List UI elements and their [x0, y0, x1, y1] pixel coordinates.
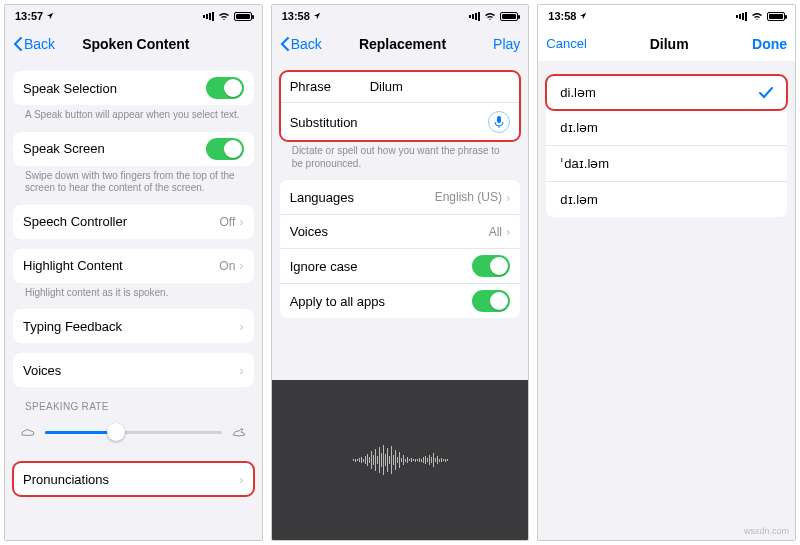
label: Highlight Content: [23, 258, 219, 273]
toggle-on[interactable]: [206, 138, 244, 160]
footer-highlight: Highlight content as it is spoken.: [13, 283, 254, 300]
checkmark-icon: [759, 87, 773, 99]
status-bar: 13:58: [272, 5, 529, 27]
waveform-area: [272, 380, 529, 540]
done-button[interactable]: Done: [747, 36, 787, 52]
battery-icon: [500, 12, 518, 21]
row-highlight-content[interactable]: Highlight Content On ›: [13, 249, 254, 283]
value: Off: [220, 215, 236, 229]
chevron-right-icon: ›: [506, 224, 510, 239]
nav-title: Spoken Content: [58, 36, 214, 52]
chevron-right-icon: ›: [239, 472, 243, 487]
speaking-rate-slider[interactable]: [45, 422, 222, 442]
wifi-icon: [484, 11, 496, 21]
value: All: [489, 225, 502, 239]
row-speech-controller[interactable]: Speech Controller Off ›: [13, 205, 254, 239]
signal-icon: [469, 12, 480, 21]
label: Speak Screen: [23, 141, 206, 156]
group-pronunciations: Pronunciations ›: [13, 462, 254, 496]
turtle-icon: [19, 426, 37, 438]
phone-pronunciation-picker: 13:58 Cancel Dilum Done di.ləm dɪ.ləm: [537, 4, 796, 541]
watermark: wsxdn.com: [744, 526, 789, 536]
toggle-on[interactable]: [472, 290, 510, 312]
row-substitution[interactable]: Substitution: [280, 102, 521, 141]
back-button[interactable]: Back: [13, 36, 58, 52]
rabbit-icon: [230, 426, 248, 438]
status-bar: 13:58: [538, 5, 795, 27]
group-phrase-substitution: Phrase Dilum Substitution: [280, 71, 521, 141]
back-button[interactable]: Back: [280, 36, 325, 52]
toggle-on[interactable]: [472, 255, 510, 277]
group-typing-feedback: Typing Feedback ›: [13, 309, 254, 343]
label: Voices: [23, 363, 239, 378]
phone-spoken-content: 13:57 Back Spoken Content Speak Selectio…: [4, 4, 263, 541]
group-voices: Voices ›: [13, 353, 254, 387]
row-speak-screen[interactable]: Speak Screen: [13, 132, 254, 166]
group-speak-selection: Speak Selection: [13, 71, 254, 105]
chevron-right-icon: ›: [239, 319, 243, 334]
signal-icon: [203, 12, 214, 21]
group-options: Languages English (US) › Voices All › Ig…: [280, 180, 521, 318]
option-1[interactable]: dɪ.ləm: [546, 110, 787, 145]
option-label: di.ləm: [560, 85, 759, 100]
location-icon: [313, 12, 321, 20]
label: Speech Controller: [23, 214, 220, 229]
header-speaking-rate: SPEAKING RATE: [13, 387, 254, 414]
row-apply-all[interactable]: Apply to all apps: [280, 283, 521, 318]
dictate-button[interactable]: [488, 111, 510, 133]
back-label: Back: [291, 36, 322, 52]
wifi-icon: [218, 11, 230, 21]
status-time: 13:57: [15, 10, 43, 22]
group-selected-option: di.ləm: [546, 75, 787, 110]
phone-replacement: 13:58 Back Replacement Play Phrase Dilum…: [271, 4, 530, 541]
footer-speak-selection: A Speak button will appear when you sele…: [13, 105, 254, 122]
battery-icon: [767, 12, 785, 21]
row-typing-feedback[interactable]: Typing Feedback ›: [13, 309, 254, 343]
nav-title: Dilum: [591, 36, 747, 52]
group-speak-screen: Speak Screen: [13, 132, 254, 166]
cancel-button[interactable]: Cancel: [546, 36, 591, 51]
row-speak-selection[interactable]: Speak Selection: [13, 71, 254, 105]
value: On: [219, 259, 235, 273]
label: Speak Selection: [23, 81, 206, 96]
play-button[interactable]: Play: [480, 36, 520, 52]
option-3[interactable]: dɪ.ləm: [546, 181, 787, 217]
nav-title: Replacement: [325, 36, 481, 52]
label: Ignore case: [290, 259, 473, 274]
chevron-right-icon: ›: [239, 258, 243, 273]
status-time: 13:58: [282, 10, 310, 22]
location-icon: [46, 12, 54, 20]
row-pronunciations[interactable]: Pronunciations ›: [13, 462, 254, 496]
row-ignore-case[interactable]: Ignore case: [280, 248, 521, 283]
label: Voices: [290, 224, 489, 239]
option-0[interactable]: di.ləm: [546, 75, 787, 110]
row-phrase[interactable]: Phrase Dilum: [280, 71, 521, 102]
label: Pronunciations: [23, 472, 239, 487]
group-highlight: Highlight Content On ›: [13, 249, 254, 283]
options-content: di.ləm dɪ.ləm ˈdaɪ.ləm dɪ.ləm: [538, 61, 795, 540]
label: Typing Feedback: [23, 319, 239, 334]
location-icon: [579, 12, 587, 20]
signal-icon: [736, 12, 747, 21]
footer-speak-screen: Swipe down with two fingers from the top…: [13, 166, 254, 195]
group-other-options: dɪ.ləm ˈdaɪ.ləm dɪ.ləm: [546, 110, 787, 217]
settings-content: Speak Selection A Speak button will appe…: [5, 61, 262, 540]
battery-icon: [234, 12, 252, 21]
status-time: 13:58: [548, 10, 576, 22]
status-bar: 13:57: [5, 5, 262, 27]
value: English (US): [435, 190, 502, 204]
chevron-right-icon: ›: [239, 363, 243, 378]
svg-rect-0: [497, 116, 501, 123]
toggle-on[interactable]: [206, 77, 244, 99]
option-label: dɪ.ləm: [560, 192, 773, 207]
row-languages[interactable]: Languages English (US) ›: [280, 180, 521, 214]
replacement-content: Phrase Dilum Substitution Dictate or spe…: [272, 61, 529, 320]
phrase-label: Phrase: [290, 79, 370, 94]
chevron-right-icon: ›: [506, 190, 510, 205]
phrase-value[interactable]: Dilum: [370, 79, 511, 94]
row-voices[interactable]: Voices ›: [13, 353, 254, 387]
option-2[interactable]: ˈdaɪ.ləm: [546, 145, 787, 181]
footer-dictate: Dictate or spell out how you want the ph…: [280, 141, 521, 170]
row-voices[interactable]: Voices All ›: [280, 214, 521, 248]
group-speech-controller: Speech Controller Off ›: [13, 205, 254, 239]
